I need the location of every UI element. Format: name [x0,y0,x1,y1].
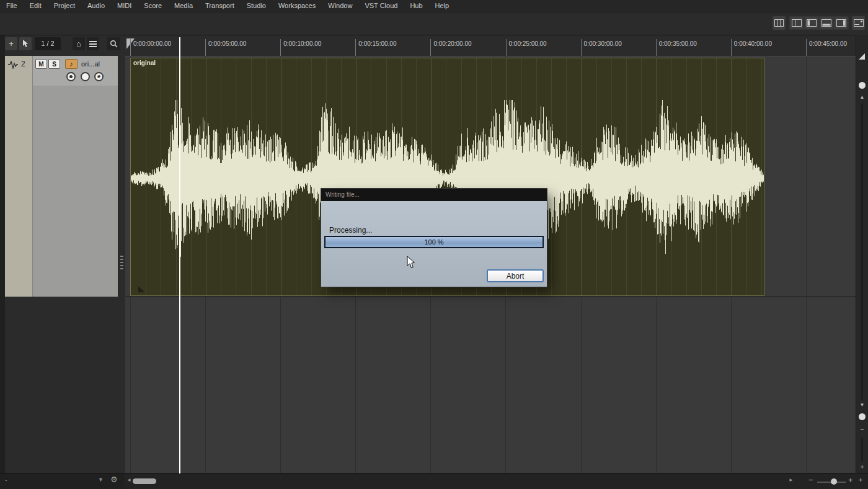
menu-score[interactable]: Score [138,0,168,12]
onscreen-keyboard-button[interactable] [773,16,786,30]
window-layout-setup-button[interactable] [852,16,865,30]
horizontal-zoom-knob[interactable] [831,478,837,485]
lower-zone-toggle-button[interactable] [820,17,833,29]
solo-button[interactable]: S [48,59,60,69]
track-list-button[interactable] [87,37,99,50]
right-zone-icon [836,19,846,27]
menu-audio[interactable]: Audio [81,0,111,12]
menu-vst-cloud[interactable]: VST Cloud [358,0,404,12]
vertical-zoom-out-button[interactable]: − [856,426,868,433]
instrument-note-button[interactable]: ♪ [65,59,78,69]
menu-bar: FileEditProjectAudioMIDIScoreMediaTransp… [0,0,868,12]
menu-media[interactable]: Media [168,0,199,12]
horizontal-zoom-in-button[interactable]: + [848,475,853,485]
left-zone-toggle-button[interactable] [790,17,803,29]
bottom-bar: - ▼ ⚙ ◄ ► − + + [0,473,868,489]
menu-file[interactable]: File [0,0,24,12]
splitter-grip-icon [120,256,123,271]
inspector-zone-button[interactable] [805,17,818,29]
progress-bar: 100 % [324,236,544,248]
home-icon: ⌂ [76,39,81,48]
scroll-up-arrow[interactable]: ▲ [856,94,868,100]
ruler-tick: 0:00:40:00.00 [731,39,772,56]
corner-zoom-in-button[interactable]: + [859,476,862,483]
track-lane-divider [125,296,856,297]
menu-transport[interactable]: Transport [199,0,241,12]
lower-zone-icon [822,19,831,27]
horizontal-zoom-out-button[interactable]: − [808,475,813,485]
bottom-left-corner: - ▼ ⚙ [0,473,124,489]
menu-help[interactable]: Help [429,0,456,12]
zoom-preset-icon[interactable] [859,53,865,60]
audio-track-header[interactable]: M S ♪ ori...al e [33,56,118,86]
ruler-tick: 0:00:05:00.00 [205,39,246,56]
dialog-body: Processing... 100 % Abort [321,201,547,287]
menu-window[interactable]: Window [322,0,358,12]
scroll-left-arrow[interactable]: ◄ [126,477,131,483]
vertical-scrollbar[interactable]: ▲ ▼ − + [856,35,868,473]
scroll-right-arrow[interactable]: ► [789,477,794,483]
vertical-zoom-track[interactable] [861,438,863,462]
mouse-cursor [407,256,417,269]
scroll-down-arrow[interactable]: ▼ [856,402,868,408]
progress-percent-label: 100 % [326,237,542,247]
add-track-button[interactable]: + [5,37,17,50]
list-icon [89,41,97,47]
gear-icon[interactable]: ⚙ [110,475,118,484]
right-zone-toggle-button[interactable] [835,17,848,29]
caret-down-icon[interactable]: ▼ [98,477,104,483]
plus-icon: + [9,39,14,48]
record-dot-icon [69,75,73,78]
track-number: 2 [21,60,25,68]
edit-channel-button[interactable]: e [94,72,104,81]
note-icon: ♪ [69,60,73,68]
abort-button[interactable]: Abort [487,269,544,282]
window-layout-icon [854,19,864,27]
menu-workspaces[interactable]: Workspaces [272,0,322,12]
dialog-title-bar[interactable]: Writing file... [321,189,547,201]
menu-edit[interactable]: Edit [24,0,48,12]
home-view-button[interactable]: ⌂ [73,37,85,50]
track-pager[interactable]: 1 / 2 [35,37,61,50]
vertical-zoom-knob[interactable] [859,413,866,420]
vertical-scroll-track[interactable] [861,104,863,400]
track-list-panel: 2 M S ♪ ori...al e [5,56,118,297]
ruler-tick: 0:00:10:00.00 [280,39,321,56]
panel-splitter[interactable] [118,56,125,473]
menu-project[interactable]: Project [48,0,81,12]
track-color-strip[interactable]: 2 [5,56,33,297]
ruler-tick: 0:00:35:00.00 [656,39,697,56]
main-toolbar [0,12,868,35]
track-name[interactable]: ori...al [81,60,100,68]
ruler-tick: 0:00:20:00.00 [430,39,471,56]
ruler-tick: 0:00:25:00.00 [506,39,547,56]
daw-window: FileEditProjectAudioMIDIScoreMediaTransp… [0,0,868,489]
horizontal-scroll-thumb[interactable] [133,478,156,484]
writing-file-dialog: Writing file... Processing... 100 % Abor… [321,189,547,287]
left-stripe-icon [807,19,817,27]
mute-button[interactable]: M [35,59,47,69]
find-track-button[interactable] [107,37,120,50]
menu-hub[interactable]: Hub [404,0,428,12]
ruler-tick: 0:00:30:00.00 [581,39,622,56]
zone-toggle-group [789,16,849,30]
left-zone-icon [792,19,802,27]
monitor-button[interactable] [81,72,90,81]
vertical-zoom-in-button[interactable]: + [856,463,868,470]
timeline-ruler[interactable]: 0:00:00:00.000:00:05:00.000:00:10:00.000… [125,35,856,56]
ruler-tick: 0:00:45:00.00 [806,39,847,56]
audio-track-icon [8,61,18,69]
menu-studio[interactable]: Studio [241,0,272,12]
region-name-label: original [133,60,156,66]
left-edge-strip [0,35,5,473]
info-line-value: - [5,476,7,483]
playhead-cursor[interactable] [179,37,180,473]
selection-tool-button[interactable] [19,37,32,50]
menu-midi[interactable]: MIDI [111,0,138,12]
magnifier-icon [110,40,118,48]
waveform-zoom-knob[interactable] [859,82,866,89]
record-enable-button[interactable] [66,72,76,81]
window-zone-controls [773,16,865,30]
ruler-tick: 0:00:00:00.00 [130,39,171,56]
arrow-cursor-icon [22,40,29,48]
